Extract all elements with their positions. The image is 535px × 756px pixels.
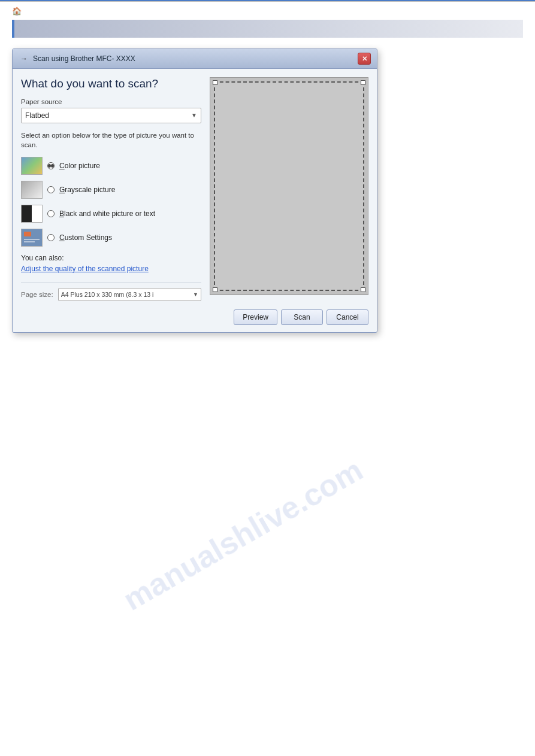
dialog-title-icon: → [19, 54, 29, 63]
radio-option-custom: Custom Settings [21, 229, 201, 247]
dropdown-arrow-icon: ▼ [191, 112, 197, 119]
section-header [12, 20, 523, 38]
paper-source-value: Flatbed [25, 111, 49, 120]
paper-source-label: Paper source [21, 98, 201, 105]
page-size-row: Page size: A4 Plus 210 x 330 mm (8.3 x 1… [21, 283, 201, 301]
home-icon[interactable]: 🏠 [12, 7, 22, 16]
adjust-quality-link[interactable]: Adjust the quality of the scanned pictur… [21, 265, 149, 273]
dialog-window: → Scan using Brother MFC- XXXX ✕ What do… [12, 48, 377, 333]
radio-color[interactable] [47, 162, 55, 169]
svg-rect-1 [22, 205, 32, 222]
radio-option-color: Color picture [21, 157, 201, 175]
select-description: Select an option below for the type of p… [21, 130, 201, 150]
preview-area [210, 77, 368, 295]
dialog-body: What do you want to scan? Paper source F… [13, 69, 377, 309]
page-size-value: A4 Plus 210 x 330 mm (8.3 x 13 i [61, 291, 154, 298]
preview-selection-dashed [214, 81, 364, 291]
corner-handle-tl [213, 80, 217, 85]
corner-handle-tr [361, 80, 365, 85]
dialog-buttons-row: Preview Scan Cancel [13, 309, 377, 332]
color-thumb-icon [21, 157, 43, 175]
svg-rect-4 [24, 239, 40, 240]
page-size-label: Page size: [21, 291, 53, 298]
cancel-button[interactable]: Cancel [327, 309, 368, 325]
also-section: You can also: Adjust the quality of the … [21, 254, 201, 273]
radio-bw-label: Black and white picture or text [59, 210, 155, 218]
radio-custom[interactable] [47, 234, 55, 241]
radio-bw[interactable] [47, 210, 55, 217]
main-content: → Scan using Brother MFC- XXXX ✕ What do… [0, 38, 535, 345]
radio-custom-label: Custom Settings [59, 233, 112, 242]
radio-color-label: Color picture [59, 162, 100, 170]
page-size-dropdown[interactable]: A4 Plus 210 x 330 mm (8.3 x 13 i ▼ [58, 288, 201, 301]
svg-rect-3 [24, 232, 31, 236]
also-label: You can also: [21, 254, 201, 262]
bw-thumb-icon [21, 205, 43, 223]
page-size-arrow-icon: ▼ [193, 292, 198, 297]
custom-thumb-icon [21, 229, 43, 247]
dialog-titlebar: → Scan using Brother MFC- XXXX ✕ [13, 49, 377, 69]
dialog-titlebar-left: → Scan using Brother MFC- XXXX [19, 54, 135, 63]
dialog-left-panel: What do you want to scan? Paper source F… [21, 77, 201, 301]
dialog-right-panel [210, 77, 368, 301]
corner-handle-br [361, 287, 365, 292]
nav-bar: 🏠 [0, 2, 535, 20]
radio-option-bw: Black and white picture or text [21, 205, 201, 223]
dialog-title-text: Scan using Brother MFC- XXXX [33, 54, 135, 63]
corner-handle-bl [213, 287, 217, 292]
scan-button[interactable]: Scan [281, 309, 323, 325]
preview-button[interactable]: Preview [234, 309, 277, 325]
radio-grayscale[interactable] [47, 186, 55, 193]
paper-source-dropdown[interactable]: Flatbed ▼ [21, 108, 201, 123]
radio-option-grayscale: Grayscale picture [21, 181, 201, 199]
dialog-close-button[interactable]: ✕ [358, 53, 371, 65]
radio-grayscale-label: Grayscale picture [59, 186, 115, 194]
svg-rect-5 [24, 241, 35, 242]
watermark: manualshlive.com [117, 451, 368, 617]
dialog-heading: What do you want to scan? [21, 77, 201, 91]
grayscale-thumb-icon [21, 181, 43, 199]
